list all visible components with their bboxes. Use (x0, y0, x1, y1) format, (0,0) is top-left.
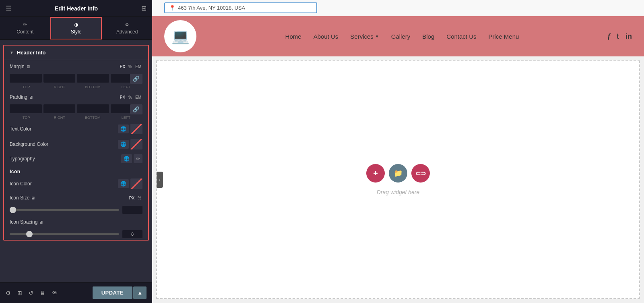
footer-preview-icon[interactable]: 👁 (52, 290, 58, 296)
icon-size-monitor-icon: 🖥 (31, 196, 35, 200)
padding-right-label: RIGHT (43, 116, 76, 120)
margin-monitor-icon: 🖥 (26, 64, 30, 69)
tab-advanced-label: Advanced (116, 29, 138, 35)
margin-bottom-input[interactable] (77, 74, 109, 83)
grid-icon[interactable]: ⊞ (141, 4, 147, 12)
nav-home[interactable]: Home (285, 33, 301, 40)
update-button[interactable]: UPDATE (93, 286, 132, 299)
icon-spacing-row: Icon Spacing 🖥 (4, 216, 148, 228)
margin-unit-pct[interactable]: % (127, 64, 133, 69)
icon-color-diagonal (130, 178, 142, 189)
icon-spacing-monitor-icon: 🖥 (39, 220, 43, 224)
icon-color-global-btn[interactable]: 🌐 (118, 179, 129, 188)
bg-color-global-btn[interactable]: 🌐 (118, 140, 129, 149)
hamburger-icon[interactable]: ☰ (6, 4, 11, 12)
margin-inputs-wrap: 🔗 (4, 73, 148, 85)
nav-price-menu[interactable]: Price Menu (489, 33, 519, 40)
margin-top-label: TOP (10, 85, 43, 89)
advanced-icon: ⚙ (125, 22, 129, 27)
text-color-row: Text Color 🌐 (4, 121, 148, 137)
icon-size-value[interactable] (122, 206, 142, 214)
update-arrow-button[interactable]: ▲ (133, 286, 147, 299)
icon-spacing-slider[interactable] (10, 233, 119, 235)
address-text: 463 7th Ave, NY 10018, USA (178, 5, 245, 11)
folder-widget-button[interactable]: 📁 (389, 164, 407, 183)
bg-color-swatch[interactable] (130, 139, 142, 149)
icon-spacing-value[interactable]: 8 (122, 230, 142, 238)
margin-top-input[interactable] (10, 74, 42, 83)
tab-style[interactable]: ◑ Style (50, 17, 102, 39)
social-icons: f t in (608, 32, 632, 41)
social-facebook-icon[interactable]: f (608, 32, 610, 41)
style-icon: ◑ (74, 22, 78, 27)
social-linkedin-icon[interactable]: in (625, 32, 632, 41)
tab-content[interactable]: ✏ Content (0, 17, 50, 39)
padding-bottom-input[interactable] (77, 104, 109, 113)
margin-inputs (10, 74, 142, 83)
panel-content: ▼ Header Info Margin 🖥 PX % EM (0, 40, 152, 282)
logo-circle: 💻 (164, 20, 196, 52)
text-color-global-btn[interactable]: 🌐 (118, 125, 129, 133)
text-color-label: Text Color (10, 126, 31, 132)
margin-units: PX % EM (119, 64, 142, 69)
panel-footer: ⚙ ⊞ ↺ 🖥 👁 UPDATE ▲ (0, 282, 152, 303)
padding-unit-em[interactable]: EM (134, 95, 142, 100)
icon-color-label: Icon Color (10, 181, 32, 187)
typography-controls: 🌐 ✏ (121, 154, 142, 163)
margin-row: Margin 🖥 PX % EM (4, 60, 148, 73)
padding-unit-px[interactable]: PX (119, 95, 126, 100)
margin-label: Margin 🖥 (10, 64, 30, 69)
footer-layers-icon[interactable]: ⊞ (17, 290, 22, 296)
icon-size-units: PX % (128, 195, 142, 201)
footer-responsive-icon[interactable]: 🖥 (40, 290, 45, 296)
nav-contact-us[interactable]: Contact Us (446, 33, 476, 40)
nav-blog[interactable]: Blog (422, 33, 434, 40)
typography-edit-btn[interactable]: ✏ (134, 154, 142, 163)
logo-emoji: 💻 (171, 28, 190, 45)
padding-left-label: LEFT (109, 116, 143, 120)
nav-services-dropdown-icon: ▼ (375, 34, 379, 39)
padding-top-input[interactable] (10, 104, 42, 113)
text-color-diagonal (130, 124, 142, 134)
padding-link-btn[interactable]: 🔗 (130, 104, 142, 114)
padding-input-labels: TOP RIGHT BOTTOM LEFT (4, 116, 148, 121)
panel-title: Edit Header Info (55, 5, 98, 12)
padding-label: Padding 🖥 (10, 94, 33, 100)
footer-settings-icon[interactable]: ⚙ (6, 290, 11, 296)
footer-icons: ⚙ ⊞ ↺ 🖥 👁 (6, 290, 58, 296)
footer-history-icon[interactable]: ↺ (29, 290, 33, 296)
icon-size-unit-pct[interactable]: % (136, 195, 142, 201)
icon-spacing-slider-wrap: 8 (4, 228, 148, 240)
nav-services[interactable]: Services ▼ (350, 33, 379, 40)
margin-link-btn[interactable]: 🔗 (130, 74, 142, 84)
panel-header: ☰ Edit Header Info ⊞ (0, 0, 152, 17)
typography-global-btn[interactable]: 🌐 (121, 154, 132, 163)
padding-unit-pct[interactable]: % (127, 95, 133, 100)
margin-unit-px[interactable]: PX (119, 64, 126, 69)
section-header-header-info[interactable]: ▼ Header Info (4, 46, 148, 60)
icon-size-slider[interactable] (10, 209, 119, 211)
collapse-handle[interactable]: ‹ (157, 172, 163, 188)
margin-unit-em[interactable]: EM (134, 64, 142, 69)
margin-right-input[interactable] (43, 74, 76, 83)
nav-gallery[interactable]: Gallery (391, 33, 411, 40)
nav-services-label: Services (350, 33, 374, 40)
address-bar-wrap: 📍 463 7th Ave, NY 10018, USA (152, 0, 644, 16)
icon-size-row: Icon Size 🖥 PX % (4, 191, 148, 204)
elementor-widget-button[interactable]: ⊂⊃ (411, 164, 430, 183)
main-area: 📍 463 7th Ave, NY 10018, USA 💻 Home Abou… (152, 0, 644, 303)
nav-about-us[interactable]: About Us (314, 33, 339, 40)
text-color-swatch[interactable] (130, 124, 142, 134)
tab-style-label: Style (71, 29, 82, 35)
padding-row: Padding 🖥 PX % EM (4, 91, 148, 104)
text-color-controls: 🌐 (118, 124, 142, 134)
icon-size-unit-px[interactable]: PX (128, 195, 136, 201)
padding-top-label: TOP (10, 116, 43, 120)
padding-right-input[interactable] (43, 104, 76, 113)
margin-right-label: RIGHT (43, 85, 76, 89)
tab-advanced[interactable]: ⚙ Advanced (102, 17, 152, 39)
social-twitter-icon[interactable]: t (617, 32, 619, 41)
left-panel: ☰ Edit Header Info ⊞ ✏ Content ◑ Style ⚙… (0, 0, 152, 303)
add-widget-button[interactable]: + (366, 164, 385, 183)
icon-color-swatch[interactable] (130, 178, 142, 189)
